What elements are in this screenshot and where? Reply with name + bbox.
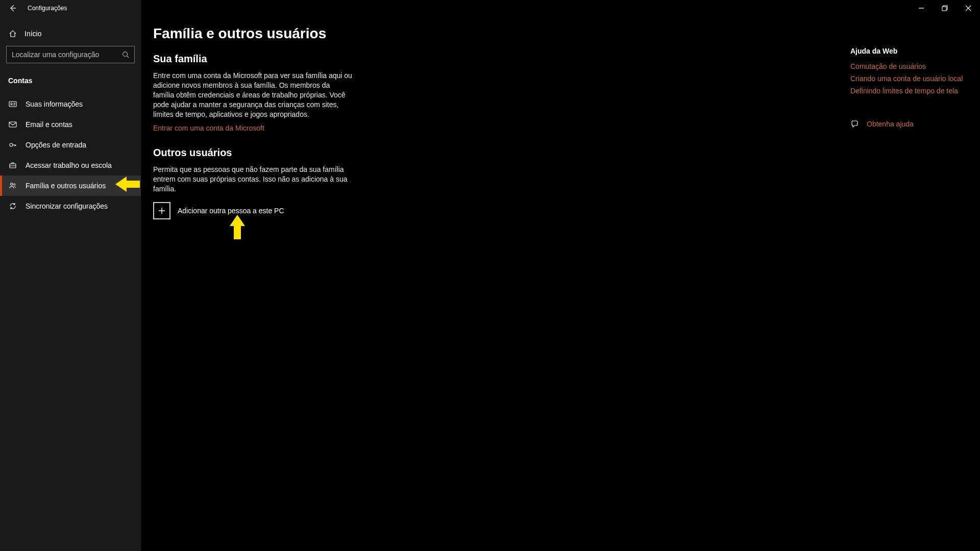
close-button[interactable]: [957, 0, 980, 16]
sidebar-home-label: Início: [24, 30, 41, 38]
close-icon: [965, 5, 971, 11]
search-input[interactable]: [7, 51, 117, 59]
sync-icon: [8, 202, 17, 210]
family-body: Entre com uma conta da Microsoft para ve…: [153, 71, 352, 119]
svg-point-1: [123, 52, 128, 57]
titlebar-left: Configurações: [0, 0, 141, 16]
sidebar-item-sync-settings[interactable]: Sincronizar configurações: [0, 196, 141, 216]
minimize-icon: [918, 5, 924, 11]
plus-box-icon: [153, 202, 170, 219]
add-other-user-button[interactable]: Adicionar outra pessoa a este PC: [153, 202, 352, 219]
page-title: Família e outros usuários: [153, 26, 352, 42]
sidebar-item-label: Família e outros usuários: [26, 182, 106, 190]
family-block: Sua família Entre com uma conta da Micro…: [153, 53, 352, 133]
search-box[interactable]: [6, 46, 135, 63]
sidebar-item-label: Acessar trabalho ou escola: [26, 161, 112, 169]
home-icon: [8, 30, 17, 38]
maximize-button[interactable]: [933, 0, 957, 16]
help-link-create-local-account[interactable]: Criando uma conta de usuário local: [850, 74, 968, 83]
sidebar-item-label: Sincronizar configurações: [26, 202, 108, 210]
sidebar-section-label: Contas: [0, 72, 141, 94]
others-block: Outros usuários Permita que as pessoas q…: [153, 147, 352, 219]
help-column: Ajuda da Web Comutação de usuários Crian…: [850, 26, 968, 542]
main: Família e outros usuários Sua família En…: [141, 16, 980, 551]
mail-icon: [8, 120, 17, 129]
maximize-icon: [942, 5, 948, 11]
signin-microsoft-link[interactable]: Entrar com uma conta da Microsoft: [153, 124, 264, 132]
sidebar-item-family-users[interactable]: Família e outros usuários: [0, 176, 141, 196]
plus-icon: [158, 207, 166, 215]
person-card-icon: [8, 100, 17, 108]
others-body: Permita que as pessoas que não fazem par…: [153, 165, 352, 194]
sidebar-item-your-info[interactable]: Suas informações: [0, 94, 141, 114]
get-help-link[interactable]: Obtenha ajuda: [850, 119, 968, 129]
others-heading: Outros usuários: [153, 147, 352, 159]
main-column: Família e outros usuários Sua família En…: [153, 26, 352, 542]
get-help-label: Obtenha ajuda: [867, 120, 914, 128]
sidebar-home[interactable]: Início: [0, 24, 141, 43]
search-wrap: [0, 43, 141, 72]
svg-rect-4: [9, 122, 16, 127]
svg-point-7: [11, 183, 13, 185]
sidebar: Início Contas Suas informações Email e c…: [0, 16, 141, 551]
key-icon: [8, 141, 17, 149]
sidebar-item-signin-options[interactable]: Opções de entrada: [0, 135, 141, 155]
people-icon: [8, 182, 17, 190]
svg-point-8: [14, 184, 15, 185]
window-title: Configurações: [28, 5, 67, 12]
svg-point-3: [11, 103, 12, 104]
svg-point-5: [10, 143, 13, 146]
back-button[interactable]: [8, 4, 17, 13]
chat-help-icon: [850, 119, 860, 129]
help-link-screen-time-limits[interactable]: Definindo limites de tempo de tela: [850, 87, 968, 95]
help-link-switch-users[interactable]: Comutação de usuários: [850, 62, 968, 70]
sidebar-item-label: Suas informações: [26, 100, 83, 108]
search-icon: [117, 51, 134, 58]
add-other-user-label: Adicionar outra pessoa a este PC: [178, 207, 284, 215]
briefcase-icon: [8, 161, 17, 169]
help-heading: Ajuda da Web: [850, 47, 968, 55]
sidebar-item-work-school[interactable]: Acessar trabalho ou escola: [0, 155, 141, 176]
family-heading: Sua família: [153, 53, 352, 65]
arrow-left-icon: [9, 4, 17, 12]
titlebar: Configurações: [0, 0, 980, 16]
caption-buttons: [910, 0, 980, 16]
svg-rect-0: [942, 7, 946, 11]
sidebar-item-email-accounts[interactable]: Email e contas: [0, 114, 141, 135]
sidebar-item-label: Email e contas: [26, 120, 72, 129]
minimize-button[interactable]: [910, 0, 933, 16]
sidebar-item-label: Opções de entrada: [26, 141, 86, 149]
